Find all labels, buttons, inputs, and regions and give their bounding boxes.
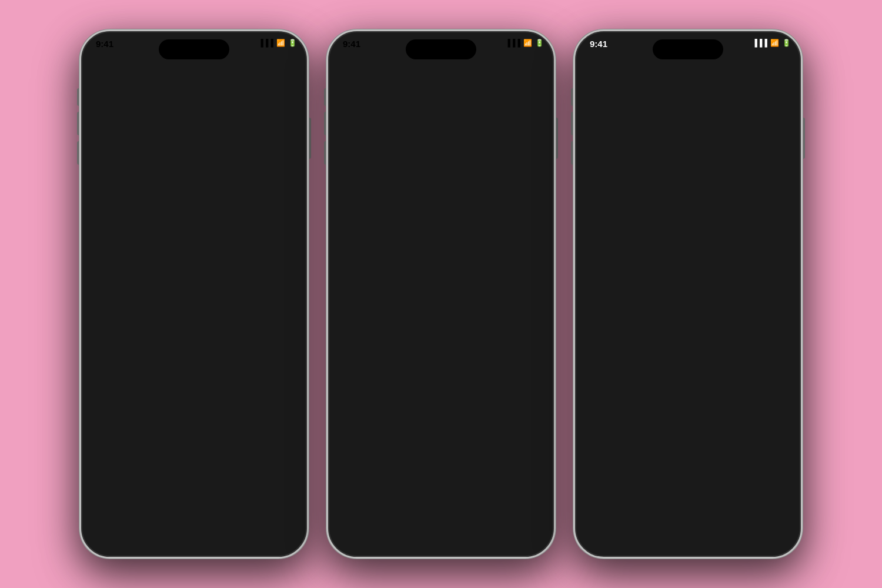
people-pets-label: People & Pets bbox=[89, 466, 167, 480]
people-pets-chevron-2: › bbox=[416, 290, 419, 301]
status-time: 9:41 bbox=[96, 39, 113, 49]
recent-days-title[interactable]: Recent Days › bbox=[89, 356, 165, 370]
yesterday-thumb[interactable]: Yesterday bbox=[217, 376, 299, 452]
battery-icon-3: 🔋 bbox=[782, 39, 791, 47]
nav-dot-active[interactable] bbox=[439, 166, 443, 171]
nav-dot[interactable] bbox=[432, 166, 435, 170]
home-indicator-2 bbox=[402, 551, 480, 554]
power-button[interactable] bbox=[309, 118, 311, 159]
status-bar-1: 9:41 ▐▐▐ 📶 🔋 bbox=[79, 29, 309, 61]
nav-dot[interactable] bbox=[672, 319, 676, 322]
pinned-title[interactable]: Pinned Collections › bbox=[336, 469, 447, 483]
grid-cell[interactable] bbox=[79, 213, 136, 273]
grid-cell[interactable] bbox=[79, 152, 136, 212]
home-indicator-3 bbox=[649, 551, 727, 554]
recent-days-chevron: › bbox=[162, 358, 165, 369]
maya-thumb[interactable]: Maya bbox=[443, 386, 546, 460]
search-button[interactable]: 🔍 Search bbox=[222, 73, 275, 89]
nav-dot-active[interactable] bbox=[686, 319, 690, 322]
content-area-3: Recent Days › Today Yesterday bbox=[573, 312, 803, 559]
people-pets-title-3[interactable]: People & Pets › bbox=[583, 442, 667, 455]
recent-days-header-3: Recent Days › bbox=[573, 327, 803, 349]
user-avatar[interactable] bbox=[279, 71, 299, 91]
pinned-label: Pinned Collections bbox=[336, 469, 442, 483]
nav-dot[interactable] bbox=[693, 319, 697, 322]
grid-cell[interactable] bbox=[79, 275, 136, 335]
status-bar-2: 9:41 ▐▐▐ 📶 🔋 bbox=[326, 29, 556, 61]
search-icon-3: 🔍 bbox=[723, 70, 733, 79]
search-button-3[interactable]: 🔍 Search bbox=[716, 66, 769, 83]
today-thumb[interactable]: Today bbox=[89, 376, 212, 452]
nav-dot[interactable] bbox=[193, 343, 196, 346]
group-photo-thumb[interactable]: 👥 bbox=[336, 308, 439, 460]
yesterday-label-3: Yesterday bbox=[716, 415, 751, 424]
today-thumb-2[interactable]: Today bbox=[336, 199, 459, 276]
grid-cell[interactable] bbox=[252, 152, 309, 212]
people-pets-chevron: › bbox=[169, 468, 172, 479]
today-label-2: Today bbox=[340, 263, 362, 272]
recent-days-row-2: Today Yesterday bbox=[326, 197, 556, 280]
pinned-thumb-1[interactable] bbox=[336, 489, 403, 542]
pinned-thumb-3[interactable]: Meerut bbox=[479, 489, 546, 542]
grid-cell[interactable] bbox=[252, 213, 309, 273]
phone-screen-2: 9:41 ▐▐▐ 📶 🔋 Photos 8,342 Items 🔍 Search bbox=[326, 29, 556, 559]
nav-dot[interactable] bbox=[200, 343, 203, 346]
recent-days-chevron-2: › bbox=[409, 182, 412, 192]
grid-cell[interactable] bbox=[195, 152, 251, 212]
pinned-chevron: › bbox=[444, 471, 447, 482]
amit-thumb[interactable]: Amit bbox=[443, 308, 546, 382]
recent-days-title-2[interactable]: Recent Days › bbox=[336, 180, 412, 193]
recent-days-title-3[interactable]: Recent Days › bbox=[583, 332, 659, 345]
recent-days-header: Recent Days › bbox=[79, 352, 309, 373]
wifi-icon-3: 📶 bbox=[770, 39, 779, 47]
nav-dot[interactable] bbox=[425, 166, 428, 170]
yesterday-thumb-3[interactable]: Yesterday bbox=[711, 351, 793, 427]
grid-cell[interactable] bbox=[137, 152, 193, 212]
scroll-indicator-1 bbox=[165, 544, 223, 547]
nav-dots-2 bbox=[326, 159, 556, 175]
nav-dot-active[interactable] bbox=[185, 342, 189, 347]
today-label-3: Today bbox=[587, 415, 609, 424]
grid-cell[interactable] bbox=[252, 275, 309, 335]
nav-dot[interactable] bbox=[454, 166, 457, 170]
grid-cell[interactable] bbox=[195, 275, 251, 335]
power-button-2[interactable] bbox=[556, 118, 558, 159]
people-pets-title-2[interactable]: People & Pets › bbox=[336, 289, 420, 302]
pinned-thumb-2[interactable] bbox=[407, 489, 475, 542]
recent-days-row-3: Today Yesterday bbox=[573, 349, 803, 432]
recent-days-header-2: Recent Days › bbox=[326, 175, 556, 197]
phone-1: Photos 8,342 Items 🔍 Search 9:41 ▐▐▐ 📶 🔋 bbox=[79, 29, 309, 559]
phone-screen-3: Favorites ♥ LIBRARY 9:41 ▐▐▐ 📶 🔋 🔍 Searc… bbox=[573, 29, 803, 559]
yesterday-thumb-2[interactable]: Yesterday bbox=[464, 199, 546, 276]
today-label: Today bbox=[93, 440, 115, 449]
app-title-area: Photos 8,342 Items bbox=[89, 66, 222, 96]
people-pets-title[interactable]: People & Pets › bbox=[89, 466, 173, 480]
phone-screen-1: Photos 8,342 Items 🔍 Search 9:41 ▐▐▐ 📶 🔋 bbox=[79, 29, 309, 559]
grid-cell[interactable] bbox=[137, 213, 193, 273]
nav-dot[interactable] bbox=[679, 319, 683, 322]
grid-cell[interactable] bbox=[137, 275, 193, 335]
today-thumb-3[interactable]: Today bbox=[583, 351, 706, 427]
power-button-3[interactable] bbox=[803, 118, 805, 159]
status-icons-2: ▐▐▐ 📶 🔋 bbox=[505, 39, 544, 47]
user-avatar-3[interactable] bbox=[773, 65, 793, 85]
pinned-row: Meerut bbox=[326, 486, 556, 546]
nav-dot[interactable] bbox=[447, 166, 450, 170]
yesterday-label-2: Yesterday bbox=[469, 263, 505, 272]
people-pets-label-2: People & Pets bbox=[336, 289, 414, 302]
status-time-2: 9:41 bbox=[343, 39, 360, 49]
search-label: Search bbox=[242, 76, 268, 86]
nav-dot[interactable] bbox=[700, 319, 704, 322]
app-subtitle: 8,342 Items bbox=[89, 87, 222, 96]
app-title: Photos bbox=[89, 66, 222, 86]
search-icon: 🔍 bbox=[229, 76, 239, 86]
nav-dot[interactable] bbox=[207, 343, 211, 346]
yesterday-label: Yesterday bbox=[222, 440, 258, 449]
nav-dot[interactable] bbox=[178, 343, 181, 346]
favorites-subtitle: ♥ LIBRARY bbox=[666, 285, 710, 294]
modify-button[interactable]: Modify bbox=[519, 471, 546, 482]
people-icon: 👥 bbox=[342, 441, 356, 455]
recent-days-label-2: Recent Days bbox=[336, 180, 406, 193]
grid-cell[interactable] bbox=[195, 213, 251, 273]
scroll-content-2: Recent Days › Today Yesterday bbox=[326, 159, 556, 559]
